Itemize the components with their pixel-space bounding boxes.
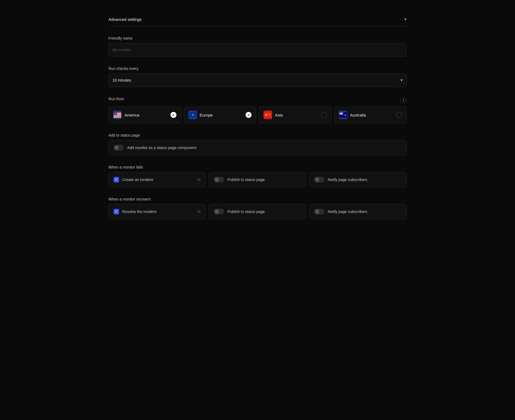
- friendly-name-input[interactable]: [108, 43, 407, 57]
- region-australia-check: [396, 112, 402, 118]
- add-to-status-page-label: Add to status page: [108, 133, 407, 137]
- regions-grid: ★ America ★ Europe: [108, 106, 407, 123]
- chevron-down-icon: ▾: [404, 16, 407, 22]
- fails-create-incident-label: Create an incident: [122, 177, 153, 182]
- svg-text:★: ★: [265, 113, 268, 117]
- svg-text:★: ★: [269, 114, 271, 116]
- when-recovers-label: When a monitor recovers: [108, 197, 407, 201]
- recovers-publish-status-toggle[interactable]: [214, 209, 224, 215]
- flag-europe-icon: ★: [188, 111, 197, 119]
- fails-publish-status-card[interactable]: Publish to status page: [209, 172, 306, 187]
- friendly-name-section: Friendly name: [108, 36, 407, 57]
- region-asia-label: Asia: [275, 113, 283, 117]
- add-to-status-page-section: Add to status page Add monitor as a stat…: [108, 133, 407, 155]
- recovers-resolve-incident-checkbox[interactable]: [114, 209, 119, 214]
- run-from-header: Run from ℹ: [108, 97, 407, 104]
- fails-create-incident-gear-icon[interactable]: ⚙: [197, 177, 201, 182]
- region-europe-check: [246, 112, 252, 118]
- when-fails-section: When a monitor fails Create an incident …: [108, 165, 407, 187]
- region-australia[interactable]: ★ Australia: [334, 106, 407, 123]
- info-icon[interactable]: ℹ: [401, 97, 407, 103]
- fails-notify-subscribers-label: Notify page subscribers: [328, 177, 367, 182]
- recovers-publish-status-card[interactable]: Publish to status page: [209, 204, 306, 219]
- run-from-label: Run from: [108, 97, 124, 101]
- run-from-section: Run from ℹ: [108, 97, 407, 123]
- recovers-notify-subscribers-label: Notify page subscribers: [328, 209, 367, 214]
- recovers-resolve-incident-gear-icon[interactable]: ⚙: [197, 209, 201, 214]
- add-to-status-page-toggle[interactable]: [114, 145, 124, 151]
- region-america[interactable]: ★ America: [108, 106, 181, 123]
- region-europe[interactable]: ★ Europe: [184, 106, 256, 123]
- fails-notify-subscribers-toggle[interactable]: [314, 177, 324, 183]
- recovers-notify-subscribers-card[interactable]: Notify page subscribers: [309, 204, 407, 219]
- when-fails-label: When a monitor fails: [108, 165, 407, 169]
- friendly-name-label: Friendly name: [108, 36, 407, 40]
- fails-create-incident-card[interactable]: Create an incident ⚙: [108, 172, 206, 187]
- svg-rect-7: [114, 116, 121, 117]
- svg-rect-6: [114, 116, 121, 117]
- svg-text:★: ★: [114, 113, 116, 115]
- recovers-resolve-incident-label: Resolve the incident: [122, 209, 156, 214]
- region-america-check: [170, 112, 176, 118]
- region-asia[interactable]: ★ ★ ★ Asia: [259, 106, 331, 123]
- fails-publish-status-label: Publish to status page: [227, 177, 265, 182]
- recovers-publish-status-label: Publish to status page: [227, 209, 265, 214]
- svg-text:★: ★: [344, 114, 346, 116]
- run-checks-select-wrapper: 1 minute 5 minutes 10 minutes 30 minutes…: [108, 73, 407, 87]
- advanced-settings-title: Advanced settings: [108, 17, 142, 22]
- when-recovers-grid: Resolve the incident ⚙ Publish to status…: [108, 204, 407, 219]
- run-checks-select[interactable]: 1 minute 5 minutes 10 minutes 30 minutes…: [108, 73, 407, 87]
- add-to-status-page-card[interactable]: Add monitor as a status page component: [108, 140, 407, 155]
- add-to-status-page-card-label: Add monitor as a status page component: [127, 146, 196, 150]
- advanced-settings-toggle[interactable]: Advanced settings ▾: [108, 16, 407, 26]
- region-asia-check: [321, 112, 327, 118]
- fails-publish-status-toggle[interactable]: [214, 177, 224, 183]
- settings-container: Advanced settings ▾ Friendly name Run ch…: [108, 16, 407, 219]
- fails-create-incident-checkbox[interactable]: [114, 177, 119, 182]
- recovers-resolve-incident-card[interactable]: Resolve the incident ⚙: [108, 204, 206, 219]
- flag-asia-icon: ★ ★ ★: [263, 111, 272, 119]
- run-checks-section: Run checks every 1 minute 5 minutes 10 m…: [108, 66, 407, 87]
- flag-america-icon: ★: [113, 111, 122, 119]
- svg-rect-8: [114, 117, 121, 118]
- when-fails-grid: Create an incident ⚙ Publish to status p…: [108, 172, 407, 187]
- run-checks-label: Run checks every: [108, 66, 407, 71]
- flag-australia-icon: ★: [339, 111, 347, 119]
- region-australia-label: Australia: [350, 113, 366, 117]
- when-recovers-section: When a monitor recovers Resolve the inci…: [108, 197, 407, 219]
- svg-text:★: ★: [191, 113, 194, 116]
- region-europe-label: Europe: [200, 113, 213, 117]
- recovers-notify-subscribers-toggle[interactable]: [314, 209, 324, 215]
- region-america-label: America: [124, 113, 139, 117]
- fails-notify-subscribers-card[interactable]: Notify page subscribers: [309, 172, 407, 187]
